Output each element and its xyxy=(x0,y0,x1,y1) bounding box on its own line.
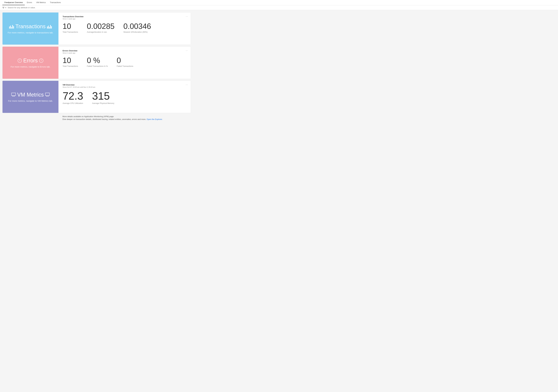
nav-tab-errors[interactable]: Errors xyxy=(25,0,34,5)
errors-metrics-header: Errors Overview Since 1 week ago xyxy=(63,50,187,54)
metric-errors-total-label: Total Transactions xyxy=(63,65,78,67)
bar-chart-icon-right xyxy=(47,25,52,29)
metric-failed-count: 0 Failed Transactions xyxy=(117,57,133,67)
nav-tab-transactions[interactable]: Transactions xyxy=(48,0,63,5)
open-explorer-link[interactable]: Open the Explorer. xyxy=(147,118,163,120)
errors-metrics-subtitle: Since 1 week ago xyxy=(63,52,187,54)
vm-panel: VM Metrics For more metrics, navigate to… xyxy=(2,81,59,113)
vm-panel-subtitle: For more metrics, navigate to VM Metrics… xyxy=(8,100,53,102)
vm-metrics-subtitle: Since Oct 27, 10:43 am until Nov 3, 09:4… xyxy=(63,86,187,88)
transactions-panel: Transactions For more metrics, navigate … xyxy=(2,12,59,45)
monitor-icon-left xyxy=(11,92,16,98)
main-content: Transactions For more metrics, navigate … xyxy=(0,10,558,390)
metric-failed-count-value: 0 xyxy=(117,57,133,64)
metric-slowest-duration: 0.00346 Slowest 10%/duration (90%) xyxy=(123,22,151,33)
nav-tabs: Feedparser Overview Errors VM Metrics Tr… xyxy=(2,0,63,5)
errors-panel-title: ! Errors ! xyxy=(18,58,43,64)
vm-metrics-panel: VM Overview Since Oct 27, 10:43 am until… xyxy=(59,81,191,113)
metric-avg-cpu: 72.3 Average CPU Utilization xyxy=(63,91,83,104)
metric-avg-duration-value: 0.00285 xyxy=(87,22,114,30)
metric-avg-memory-value: 315 xyxy=(92,91,114,101)
search-input[interactable] xyxy=(8,7,556,9)
metric-failed-pct-label: Failed Transactions In % xyxy=(87,65,108,67)
errors-metrics-title: Errors Overview xyxy=(63,50,187,52)
transactions-more-button[interactable]: ··· xyxy=(186,15,188,18)
errors-row: ! Errors ! For more metrics, navigate to… xyxy=(2,46,191,79)
svg-rect-3 xyxy=(11,93,16,96)
chevron-down-icon xyxy=(5,7,7,9)
metric-slowest-duration-value: 0.00346 xyxy=(123,22,151,30)
vm-metrics-values: 72.3 Average CPU Utilization 315 Average… xyxy=(63,91,187,104)
filter-button[interactable] xyxy=(2,7,7,9)
metric-avg-memory: 315 Average Physical Memory xyxy=(92,91,114,104)
filter-icon xyxy=(2,7,4,9)
errors-metrics-panel: Errors Overview Since 1 week ago ··· 10 … xyxy=(59,47,191,79)
metric-failed-count-label: Failed Transactions xyxy=(117,65,133,67)
transactions-metrics-header: Transactions Overview Since 1 week ago xyxy=(63,16,187,20)
alert-icon-left: ! xyxy=(18,59,22,63)
vm-metrics-header: VM Overview Since Oct 27, 10:43 am until… xyxy=(63,84,187,88)
top-nav: Feedparser Overview Errors VM Metrics Tr… xyxy=(0,0,558,5)
transactions-panel-subtitle: For more metrics, navigate to transactio… xyxy=(8,31,53,34)
nav-tab-overview[interactable]: Feedparser Overview xyxy=(2,0,25,5)
vm-panel-title: VM Metrics xyxy=(11,92,50,98)
transactions-panel-title: Transactions xyxy=(9,23,52,30)
vm-metrics-title: VM Overview xyxy=(63,84,187,86)
vm-more-button[interactable]: ··· xyxy=(186,84,188,86)
metric-avg-duration-label: Average/duration in sec xyxy=(87,31,114,33)
errors-panel-subtitle: For more metrics, navigate to Errors tab… xyxy=(11,66,50,68)
metric-avg-memory-label: Average Physical Memory xyxy=(92,102,114,104)
svg-rect-7 xyxy=(45,93,50,96)
footer-line1: More details available on Application Mo… xyxy=(62,115,191,118)
transactions-metrics-subtitle: Since 1 week ago xyxy=(63,18,187,20)
monitor-icon-right xyxy=(45,92,50,98)
transactions-metrics-values: 10 Total Transactions 0.00285 Average/du… xyxy=(63,22,187,33)
filter-bar xyxy=(0,5,558,10)
footer-note: More details available on Application Mo… xyxy=(58,115,191,120)
metric-failed-pct-value: 0 % xyxy=(87,57,108,64)
metric-total-transactions-label: Total Transactions xyxy=(63,31,78,33)
transactions-metrics-panel: Transactions Overview Since 1 week ago ·… xyxy=(59,12,191,45)
bar-chart-icon-left xyxy=(9,25,14,29)
dashboard-grid: Transactions For more metrics, navigate … xyxy=(2,12,191,113)
errors-metrics-values: 10 Total Transactions 0 % Failed Transac… xyxy=(63,57,187,67)
metric-errors-total: 10 Total Transactions xyxy=(63,57,78,67)
metric-avg-cpu-label: Average CPU Utilization xyxy=(63,102,83,104)
nav-tab-vm-metrics[interactable]: VM Metrics xyxy=(34,0,48,5)
alert-icon-right: ! xyxy=(39,59,43,63)
metric-slowest-duration-label: Slowest 10%/duration (90%) xyxy=(123,31,151,33)
metric-failed-pct: 0 % Failed Transactions In % xyxy=(87,57,108,67)
errors-panel: ! Errors ! For more metrics, navigate to… xyxy=(2,47,59,79)
transactions-metrics-title: Transactions Overview xyxy=(63,16,187,18)
metric-total-transactions: 10 Total Transactions xyxy=(63,22,78,33)
vm-row: VM Metrics For more metrics, navigate to… xyxy=(2,81,191,113)
metric-avg-cpu-value: 72.3 xyxy=(63,91,83,101)
errors-more-button[interactable]: ··· xyxy=(186,49,188,52)
footer-line2: Dive deeper on transaction details, dist… xyxy=(62,118,191,120)
metric-total-transactions-value: 10 xyxy=(63,22,78,30)
metric-errors-total-value: 10 xyxy=(63,57,78,64)
metric-avg-duration: 0.00285 Average/duration in sec xyxy=(87,22,114,33)
transactions-row: Transactions For more metrics, navigate … xyxy=(2,12,191,45)
